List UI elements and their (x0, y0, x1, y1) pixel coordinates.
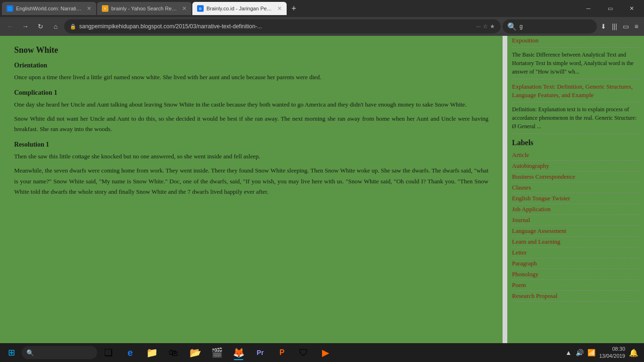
menu-icon[interactable]: ≡ (633, 21, 640, 32)
label-autobiography[interactable]: Autobiography (512, 161, 639, 172)
exposition-link[interactable]: Exposition (512, 37, 538, 44)
library-icon[interactable]: ||| (610, 21, 619, 32)
home-button[interactable]: ⌂ (49, 20, 62, 33)
divider-4 (512, 133, 639, 134)
tab1-favicon: 🌐 (7, 5, 13, 12)
taskbar-ppt[interactable]: P (272, 344, 292, 361)
tab1-label: EnglishWorld.com: Narrative Te... (16, 6, 84, 11)
minimize-button[interactable]: ─ (578, 0, 599, 17)
page-content: Snow White Orientation Once upon a time … (0, 36, 644, 343)
shield-icon: 🛡 (299, 347, 308, 358)
complication-heading: Complication 1 (14, 89, 488, 97)
taskbar-media2[interactable]: ▶ (315, 344, 336, 361)
taskbar-datetime[interactable]: 08:30 13/04/2019 (599, 346, 625, 360)
taskbar-search[interactable]: 🔍 (22, 346, 97, 359)
label-english-tongue-twister[interactable]: English Tongue Twister (512, 193, 639, 204)
volume-icon[interactable]: 🔊 (576, 349, 584, 356)
taskbar-date-display: 13/04/2019 (599, 353, 625, 360)
label-article[interactable]: Article (512, 150, 639, 161)
back-button[interactable]: ← (4, 20, 17, 33)
start-button[interactable]: ⊞ (2, 344, 21, 361)
close-button[interactable]: ✕ (621, 0, 642, 17)
label-research-proposal[interactable]: Research Proposal (512, 291, 639, 302)
label-journal[interactable]: Journal (512, 215, 639, 226)
taskbar-edge[interactable]: e (120, 344, 140, 361)
exposition-text: The Basic Difference between Analytical … (512, 50, 639, 76)
taskbar-files[interactable]: 📂 (185, 344, 206, 361)
search-input[interactable] (520, 23, 592, 30)
taskbar-right: ▲ 🔊 📶 08:30 13/04/2019 🔔 (565, 346, 642, 360)
article-title: Snow White (14, 45, 488, 55)
files-icon: 📂 (190, 347, 201, 358)
taskbar-premiere[interactable]: Pr (250, 344, 271, 361)
taskbar-media[interactable]: 🎬 (206, 344, 227, 361)
address-right: ··· ☆ ★ (476, 23, 495, 30)
tab2-favicon: Y (102, 5, 108, 12)
reader-icon[interactable]: ★ (490, 23, 495, 30)
taskbar-explorer[interactable]: 📁 (141, 344, 162, 361)
divider-3 (512, 102, 639, 102)
url-display: sangpemimpikehidupan.blogspot.com/2015/0… (79, 23, 473, 30)
up-arrow-icon[interactable]: ▲ (565, 349, 572, 356)
premiere-icon: Pr (257, 349, 264, 356)
toolbar-right: ⬇ ||| ▭ ≡ (599, 21, 640, 32)
resolution-paragraph-2: Meanwhile, the seven dwarfs were coming … (14, 165, 488, 197)
network-icon[interactable]: 📶 (587, 349, 595, 356)
search-icon: 🔍 (507, 22, 517, 31)
label-letter[interactable]: Letter (512, 247, 639, 258)
label-language-assessment[interactable]: Language Assessment (512, 226, 639, 237)
bookmark-icon[interactable]: ··· (476, 23, 481, 30)
explanation-text: Definition: Explanation text is to expla… (512, 105, 639, 131)
tab2-label: brainly - Yahoo Search Results (111, 6, 179, 11)
taskbar-shield[interactable]: 🛡 (293, 344, 314, 361)
star-icon[interactable]: ☆ (483, 23, 488, 30)
download-icon[interactable]: ⬇ (599, 21, 608, 32)
label-business-correspondence[interactable]: Business Correspondence (512, 172, 639, 182)
complication-paragraph: One day she heard her Uncle and Aunt tal… (14, 99, 488, 110)
tab2-close[interactable]: ✕ (182, 5, 187, 12)
sidebar: Exposition The Basic Difference between … (507, 36, 644, 343)
sidebar-toggle-icon[interactable]: ▭ (621, 21, 631, 32)
lock-icon: 🔒 (70, 24, 76, 30)
label-clauses[interactable]: Clauses (512, 182, 639, 193)
labels-heading: Labels (512, 139, 639, 147)
forward-button[interactable]: → (19, 20, 32, 33)
resolution-heading: Resolution 1 (14, 141, 488, 148)
notification-icon: 🔔 (629, 348, 638, 357)
tab1-close[interactable]: ✕ (87, 5, 91, 12)
tab3-favicon: B (197, 5, 204, 12)
label-learn-and-learning[interactable]: Learn and Learning (512, 237, 639, 247)
notification-button[interactable]: 🔔 (629, 348, 638, 357)
search-bar[interactable]: 🔍 (503, 19, 597, 33)
address-bar[interactable]: 🔒 sangpemimpikehidupan.blogspot.com/2015… (64, 19, 501, 33)
browser-chrome: 🌐 EnglishWorld.com: Narrative Te... ✕ Y … (0, 0, 644, 36)
resolution-paragraph-1: Then she saw this little cottage she kno… (14, 151, 488, 162)
label-phonology[interactable]: Phonology (512, 269, 639, 280)
label-paragraph[interactable]: Paragraph (512, 258, 639, 269)
label-poem[interactable]: Poem (512, 280, 639, 291)
explanation-link[interactable]: Explanation Text: Definition, Generic St… (512, 83, 633, 99)
main-article: Snow White Orientation Once upon a time … (0, 36, 503, 343)
explorer-icon: 📁 (146, 347, 158, 358)
maximize-button[interactable]: ▭ (600, 0, 620, 17)
orientation-paragraph: Once upon a time there lived a little gi… (14, 72, 488, 82)
taskbar-task-view[interactable]: ❑ (98, 344, 119, 361)
complication-paragraph-2: Snow White did not want her Uncle and Au… (14, 114, 488, 134)
taskbar: ⊞ 🔍 ❑ e 📁 🛍 📂 🎬 🦊 Pr P 🛡 ▶ ▲ 🔊 📶 08:30 (0, 343, 644, 362)
tab3-close[interactable]: ✕ (277, 5, 282, 12)
refresh-button[interactable]: ↻ (34, 20, 47, 33)
nav-bar: ← → ↻ ⌂ 🔒 sangpemimpikehidupan.blogspot.… (0, 17, 644, 36)
taskbar-firefox[interactable]: 🦊 (228, 344, 249, 361)
store-icon: 🛍 (169, 347, 178, 358)
scrollbar-track[interactable] (503, 36, 507, 343)
tab-1[interactable]: 🌐 EnglishWorld.com: Narrative Te... ✕ (2, 2, 96, 15)
new-tab-button[interactable]: + (288, 4, 300, 14)
tab-3[interactable]: B Brainly.co.id - Jaringan Pembe... ✕ (192, 2, 287, 15)
edge-icon: e (127, 347, 132, 358)
media2-icon: ▶ (322, 347, 329, 358)
tab-2[interactable]: Y brainly - Yahoo Search Results ✕ (97, 2, 191, 15)
divider-2 (512, 79, 639, 79)
ppt-icon: P (280, 348, 285, 357)
taskbar-store[interactable]: 🛍 (163, 344, 184, 361)
label-job-application[interactable]: Job Application (512, 204, 639, 215)
